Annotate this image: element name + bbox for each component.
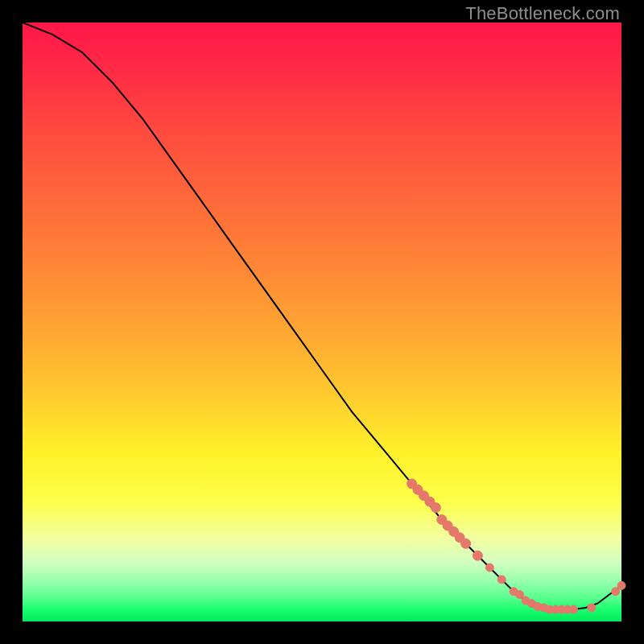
highlight-dot bbox=[612, 588, 620, 596]
highlight-dot bbox=[461, 539, 471, 548]
highlight-dot bbox=[497, 576, 506, 584]
highlight-dot bbox=[485, 564, 493, 572]
highlight-dot bbox=[570, 605, 578, 613]
bottleneck-curve bbox=[23, 23, 621, 609]
highlight-dot bbox=[431, 503, 440, 513]
highlight-dot bbox=[588, 604, 596, 612]
highlight-dot bbox=[473, 551, 482, 560]
plot-area bbox=[23, 23, 621, 621]
highlight-dot bbox=[617, 581, 625, 589]
highlight-dots bbox=[407, 479, 625, 613]
chart-frame: TheBottleneck.com bbox=[0, 0, 644, 644]
curve-layer bbox=[23, 23, 621, 621]
watermark-text: TheBottleneck.com bbox=[465, 3, 620, 24]
highlight-dot bbox=[516, 591, 524, 599]
